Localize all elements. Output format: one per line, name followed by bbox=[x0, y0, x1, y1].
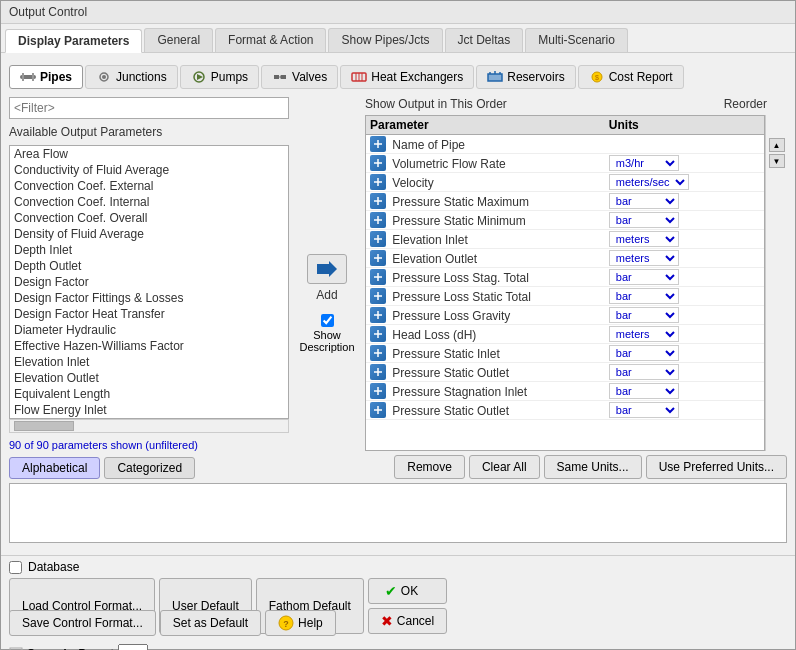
pipes-icon bbox=[20, 69, 36, 85]
same-units-btn[interactable]: Same Units... bbox=[544, 455, 642, 479]
list-item[interactable]: Area Flow bbox=[10, 146, 288, 162]
icon-tab-pipes[interactable]: Pipes bbox=[9, 65, 83, 89]
same-as-parent-dropdown[interactable] bbox=[118, 644, 148, 650]
units-cell[interactable]: meters bbox=[605, 249, 764, 268]
output-table[interactable]: Parameter Units Name of Pipe Volumetric … bbox=[365, 115, 765, 451]
param-cell: Pressure Static Inlet bbox=[366, 344, 605, 363]
unit-select[interactable]: bar bbox=[609, 269, 679, 285]
units-cell[interactable]: bar bbox=[605, 344, 764, 363]
clear-all-btn[interactable]: Clear All bbox=[469, 455, 540, 479]
units-cell[interactable]: bar bbox=[605, 287, 764, 306]
table-row[interactable]: Volumetric Flow Ratem3/hr bbox=[366, 154, 764, 173]
list-item[interactable]: Depth Inlet bbox=[10, 242, 288, 258]
show-description-checkbox[interactable] bbox=[321, 314, 334, 327]
unit-select[interactable]: bar bbox=[609, 364, 679, 380]
unit-select[interactable]: bar bbox=[609, 345, 679, 361]
table-row[interactable]: Pressure Static Outletbar bbox=[366, 363, 764, 382]
icon-tab-cost-report[interactable]: $ Cost Report bbox=[578, 65, 684, 89]
reorder-up-btn[interactable]: ▲ bbox=[769, 138, 785, 152]
icon-tab-valves[interactable]: Valves bbox=[261, 65, 338, 89]
tab-jct-deltas[interactable]: Jct Deltas bbox=[445, 28, 524, 52]
tab-general[interactable]: General bbox=[144, 28, 213, 52]
use-preferred-btn[interactable]: Use Preferred Units... bbox=[646, 455, 787, 479]
list-item[interactable]: Equivalent Length bbox=[10, 386, 288, 402]
row-icon bbox=[370, 364, 386, 380]
list-item[interactable]: Convection Coef. External bbox=[10, 178, 288, 194]
description-area bbox=[9, 483, 787, 543]
list-item[interactable]: Density of Fluid Average bbox=[10, 226, 288, 242]
unit-select[interactable]: bar bbox=[609, 193, 679, 209]
unit-select[interactable]: m3/hr bbox=[609, 155, 679, 171]
tab-show-pipes[interactable]: Show Pipes/Jcts bbox=[328, 28, 442, 52]
units-cell[interactable]: bar bbox=[605, 211, 764, 230]
unit-select[interactable]: meters bbox=[609, 326, 679, 342]
table-row[interactable]: Pressure Static Minimumbar bbox=[366, 211, 764, 230]
unit-select[interactable]: bar bbox=[609, 307, 679, 323]
unit-select[interactable]: meters bbox=[609, 250, 679, 266]
unit-select[interactable]: bar bbox=[609, 402, 679, 418]
reorder-down-btn[interactable]: ▼ bbox=[769, 154, 785, 168]
table-row[interactable]: Velocitymeters/sec bbox=[366, 173, 764, 192]
table-row[interactable]: Pressure Loss Static Totalbar bbox=[366, 287, 764, 306]
icon-tab-pumps[interactable]: Pumps bbox=[180, 65, 259, 89]
icon-tab-junctions[interactable]: Junctions bbox=[85, 65, 178, 89]
unit-select[interactable]: bar bbox=[609, 288, 679, 304]
horiz-scrollbar[interactable] bbox=[9, 419, 289, 433]
unit-select[interactable]: meters/sec bbox=[609, 174, 689, 190]
icon-tab-heat-exchangers[interactable]: Heat Exchangers bbox=[340, 65, 474, 89]
units-cell[interactable]: bar bbox=[605, 382, 764, 401]
database-checkbox[interactable] bbox=[9, 561, 22, 574]
list-item[interactable]: Design Factor Fittings & Losses bbox=[10, 290, 288, 306]
list-item[interactable]: Elevation Outlet bbox=[10, 370, 288, 386]
list-item[interactable]: Elevation Inlet bbox=[10, 354, 288, 370]
tab-multi-scenario[interactable]: Multi-Scenario bbox=[525, 28, 628, 52]
help-btn[interactable]: ? Help bbox=[265, 610, 336, 636]
table-row[interactable]: Elevation Outletmeters bbox=[366, 249, 764, 268]
units-cell[interactable]: bar bbox=[605, 192, 764, 211]
table-row[interactable]: Pressure Static Maximumbar bbox=[366, 192, 764, 211]
list-item[interactable]: Convection Coef. Overall bbox=[10, 210, 288, 226]
unit-select[interactable]: meters bbox=[609, 231, 679, 247]
table-row[interactable]: Pressure Stagnation Inletbar bbox=[366, 382, 764, 401]
table-row[interactable]: Pressure Static Outletbar bbox=[366, 401, 764, 420]
units-cell[interactable]: bar bbox=[605, 306, 764, 325]
alphabetical-btn[interactable]: Alphabetical bbox=[9, 457, 100, 479]
units-cell[interactable]: bar bbox=[605, 268, 764, 287]
remove-btn[interactable]: Remove bbox=[394, 455, 465, 479]
categorized-btn[interactable]: Categorized bbox=[104, 457, 195, 479]
table-row[interactable]: Elevation Inletmeters bbox=[366, 230, 764, 249]
list-item[interactable]: Diameter Hydraulic bbox=[10, 322, 288, 338]
icon-tab-reservoirs[interactable]: Reservoirs bbox=[476, 65, 575, 89]
units-cell[interactable]: meters bbox=[605, 325, 764, 344]
set-default-btn[interactable]: Set as Default bbox=[160, 610, 261, 636]
table-row[interactable]: Name of Pipe bbox=[366, 135, 764, 154]
list-item[interactable]: Conductivity of Fluid Average bbox=[10, 162, 288, 178]
add-label: Add bbox=[316, 288, 337, 302]
units-cell[interactable]: bar bbox=[605, 401, 764, 420]
add-arrow-btn[interactable] bbox=[307, 254, 347, 284]
tab-display-params[interactable]: Display Parameters bbox=[5, 29, 142, 53]
units-cell[interactable]: meters bbox=[605, 230, 764, 249]
content-area: Pipes Junctions Pumps bbox=[1, 53, 795, 555]
units-cell[interactable]: bar bbox=[605, 363, 764, 382]
save-format-btn[interactable]: Save Control Format... bbox=[9, 610, 156, 636]
list-item[interactable]: Depth Outlet bbox=[10, 258, 288, 274]
tab-format-action[interactable]: Format & Action bbox=[215, 28, 326, 52]
unit-select[interactable]: bar bbox=[609, 383, 679, 399]
table-row[interactable]: Pressure Static Inletbar bbox=[366, 344, 764, 363]
table-row[interactable]: Head Loss (dH)meters bbox=[366, 325, 764, 344]
units-cell[interactable]: m3/hr bbox=[605, 154, 764, 173]
table-row[interactable]: Pressure Loss Gravitybar bbox=[366, 306, 764, 325]
table-row[interactable]: Pressure Loss Stag. Totalbar bbox=[366, 268, 764, 287]
unit-select[interactable]: bar bbox=[609, 212, 679, 228]
filter-input[interactable] bbox=[9, 97, 289, 119]
units-cell[interactable]: meters/sec bbox=[605, 173, 764, 192]
list-item[interactable]: Design Factor Heat Transfer bbox=[10, 306, 288, 322]
ok-btn[interactable]: ✔ OK bbox=[368, 578, 447, 604]
list-item[interactable]: Effective Hazen-Williams Factor bbox=[10, 338, 288, 354]
list-item[interactable]: Design Factor bbox=[10, 274, 288, 290]
list-item[interactable]: Flow Energy Inlet bbox=[10, 402, 288, 418]
params-list[interactable]: Area FlowConductivity of Fluid AverageCo… bbox=[9, 145, 289, 419]
units-cell[interactable] bbox=[605, 135, 764, 154]
list-item[interactable]: Convection Coef. Internal bbox=[10, 194, 288, 210]
